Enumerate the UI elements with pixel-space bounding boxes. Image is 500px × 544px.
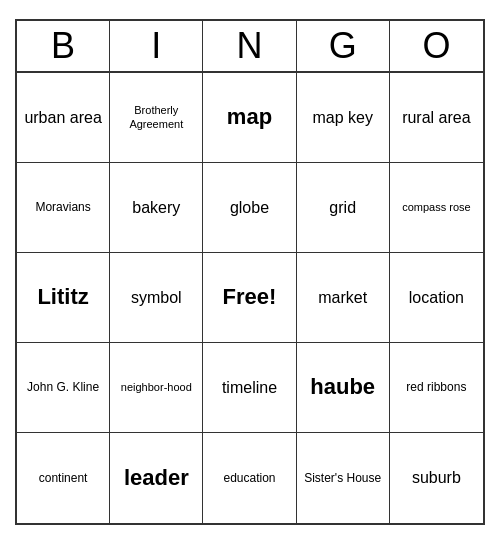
bingo-cell: Free! bbox=[203, 253, 296, 343]
bingo-cell: suburb bbox=[390, 433, 483, 523]
bingo-cell: neighbor-hood bbox=[110, 343, 203, 433]
bingo-cell: symbol bbox=[110, 253, 203, 343]
bingo-header: BINGO bbox=[17, 21, 483, 73]
bingo-cell: continent bbox=[17, 433, 110, 523]
bingo-cell: location bbox=[390, 253, 483, 343]
bingo-cell: Sister's House bbox=[297, 433, 390, 523]
header-letter: G bbox=[297, 21, 390, 71]
bingo-cell: John G. Kline bbox=[17, 343, 110, 433]
bingo-cell: bakery bbox=[110, 163, 203, 253]
header-letter: I bbox=[110, 21, 203, 71]
bingo-cell: urban area bbox=[17, 73, 110, 163]
bingo-cell: Brotherly Agreement bbox=[110, 73, 203, 163]
header-letter: O bbox=[390, 21, 483, 71]
bingo-cell: leader bbox=[110, 433, 203, 523]
header-letter: B bbox=[17, 21, 110, 71]
bingo-cell: haube bbox=[297, 343, 390, 433]
bingo-grid: urban areaBrotherly Agreementmapmap keyr… bbox=[17, 73, 483, 523]
bingo-cell: market bbox=[297, 253, 390, 343]
bingo-cell: map key bbox=[297, 73, 390, 163]
bingo-card: BINGO urban areaBrotherly Agreementmapma… bbox=[15, 19, 485, 525]
bingo-cell: Moravians bbox=[17, 163, 110, 253]
bingo-cell: grid bbox=[297, 163, 390, 253]
header-letter: N bbox=[203, 21, 296, 71]
bingo-cell: Lititz bbox=[17, 253, 110, 343]
bingo-cell: compass rose bbox=[390, 163, 483, 253]
bingo-cell: red ribbons bbox=[390, 343, 483, 433]
bingo-cell: education bbox=[203, 433, 296, 523]
bingo-cell: map bbox=[203, 73, 296, 163]
bingo-cell: rural area bbox=[390, 73, 483, 163]
bingo-cell: globe bbox=[203, 163, 296, 253]
bingo-cell: timeline bbox=[203, 343, 296, 433]
